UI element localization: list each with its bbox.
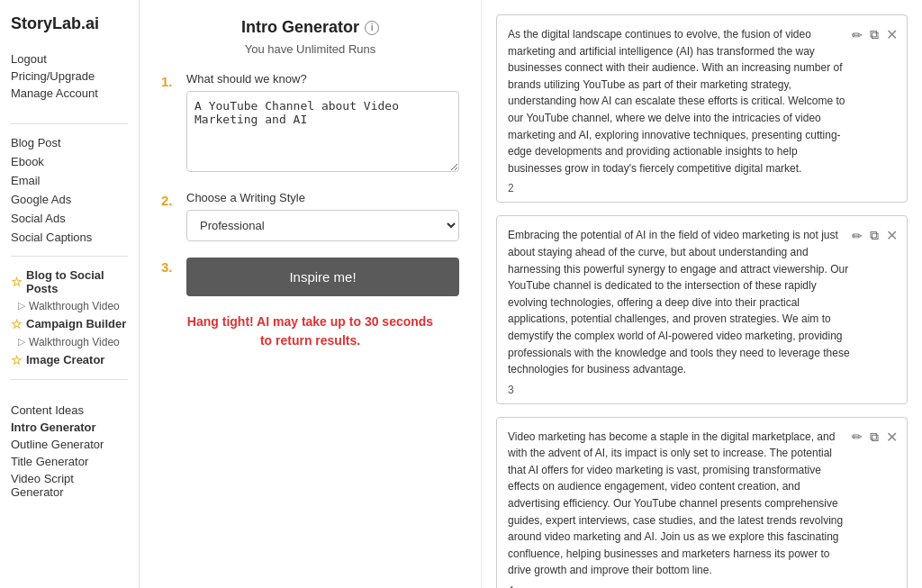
star-icon-3: ☆ — [11, 353, 23, 367]
result-actions-1: ✏ ⧉ ✕ — [850, 24, 899, 45]
step-2: 2. Choose a Writing Style Professional C… — [161, 191, 459, 241]
sidebar-divider-1 — [11, 123, 128, 124]
sidebar: StoryLab.ai Logout Pricing/Upgrade Manag… — [0, 0, 140, 588]
main-content: Intro Generator i You have Unlimited Run… — [140, 0, 922, 588]
edit-button-3[interactable]: ✏ — [850, 428, 864, 446]
pricing-link[interactable]: Pricing/Upgrade — [11, 68, 128, 85]
sidebar-starred-items: ☆ Blog to Social Posts ▷ Walkthrough Vid… — [11, 266, 128, 370]
sidebar-nav-items: Blog Post Ebook Email Google Ads Social … — [11, 133, 128, 247]
result-text-1: As the digital landscape continues to ev… — [508, 26, 896, 176]
result-card-3: ✏ ⧉ ✕ Video marketing has become a stapl… — [496, 417, 908, 588]
step-number-3: 3. — [161, 259, 177, 275]
copy-button-1[interactable]: ⧉ — [868, 25, 881, 44]
outline-generator-link[interactable]: Outline Generator — [11, 436, 128, 453]
step-3-content: Inspire me! — [186, 258, 459, 296]
page-title-wrap: Intro Generator i — [161, 18, 459, 37]
logout-link[interactable]: Logout — [11, 50, 128, 68]
what-to-know-input[interactable]: A YouTube Channel about Video Marketing … — [186, 91, 459, 172]
blog-social-walkthrough[interactable]: ▷ Walkthrough Video — [11, 298, 128, 314]
results-panel: ✏ ⧉ ✕ As the digital landscape continues… — [482, 0, 922, 588]
campaign-builder-nav[interactable]: ☆ Campaign Builder — [11, 314, 128, 334]
video-icon-1: ▷ — [18, 300, 25, 312]
sidebar-divider-2 — [11, 256, 128, 257]
result-actions-3: ✏ ⧉ ✕ — [850, 427, 899, 448]
sidebar-top-links: Logout Pricing/Upgrade Manage Account — [11, 50, 128, 102]
result-card-1: ✏ ⧉ ✕ As the digital landscape continues… — [496, 14, 908, 203]
step-number-2: 2. — [161, 193, 177, 208]
page-title: Intro Generator i — [241, 18, 379, 37]
unlimited-runs-label: You have Unlimited Runs — [161, 42, 459, 56]
close-button-1[interactable]: ✕ — [884, 24, 899, 45]
step-3: 3. Inspire me! — [161, 258, 459, 296]
image-creator-nav[interactable]: ☆ Image Creator — [11, 350, 128, 370]
result-num-1: 2 — [508, 182, 896, 194]
star-icon-1: ☆ — [11, 275, 23, 289]
result-actions-2: ✏ ⧉ ✕ — [850, 225, 899, 246]
social-captions-nav[interactable]: Social Captions — [11, 228, 128, 247]
blog-social-posts-nav[interactable]: ☆ Blog to Social Posts — [11, 266, 128, 298]
manage-account-link[interactable]: Manage Account — [11, 85, 128, 102]
app-logo: StoryLab.ai — [11, 14, 128, 34]
step-1-label: What should we know? — [186, 72, 459, 86]
form-panel: Intro Generator i You have Unlimited Run… — [140, 0, 482, 588]
star-icon-2: ☆ — [11, 317, 23, 331]
video-script-link[interactable]: Video Script Generator — [11, 470, 128, 501]
step-1: 1. What should we know? A YouTube Channe… — [161, 72, 459, 175]
google-ads-nav[interactable]: Google Ads — [11, 190, 128, 209]
copy-button-3[interactable]: ⧉ — [868, 428, 881, 447]
step-2-content: Choose a Writing Style Professional Casu… — [186, 191, 459, 241]
edit-button-2[interactable]: ✏ — [850, 227, 864, 245]
social-ads-nav[interactable]: Social Ads — [11, 209, 128, 228]
close-button-3[interactable]: ✕ — [884, 427, 899, 448]
close-button-2[interactable]: ✕ — [884, 225, 899, 246]
content-ideas-link[interactable]: Content Ideas — [11, 402, 128, 419]
content-area: Intro Generator i You have Unlimited Run… — [140, 0, 922, 588]
sidebar-divider-3 — [11, 379, 128, 380]
title-generator-link[interactable]: Title Generator — [11, 453, 128, 470]
writing-style-select[interactable]: Professional Casual Formal Humorous Insp… — [186, 210, 459, 241]
step-2-label: Choose a Writing Style — [186, 191, 459, 204]
result-text-3: Video marketing has become a staple in t… — [508, 429, 896, 579]
ebook-nav[interactable]: Ebook — [11, 152, 128, 171]
video-icon-2: ▷ — [18, 336, 25, 348]
edit-button-1[interactable]: ✏ — [850, 26, 864, 44]
intro-generator-link[interactable]: Intro Generator — [11, 419, 128, 436]
step-1-content: What should we know? A YouTube Channel a… — [186, 72, 459, 175]
copy-button-2[interactable]: ⧉ — [868, 226, 881, 245]
result-text-2: Embracing the potential of AI in the fie… — [508, 227, 896, 377]
inspire-button[interactable]: Inspire me! — [186, 258, 459, 296]
step-number-1: 1. — [161, 74, 177, 89]
result-card-2: ✏ ⧉ ✕ Embracing the potential of AI in t… — [496, 215, 908, 403]
result-num-2: 3 — [508, 384, 896, 396]
blog-post-nav[interactable]: Blog Post — [11, 133, 128, 152]
info-icon[interactable]: i — [365, 21, 379, 35]
sidebar-bottom-links: Content Ideas Intro Generator Outline Ge… — [11, 402, 128, 501]
result-num-3: 4 — [508, 584, 896, 588]
email-nav[interactable]: Email — [11, 171, 128, 190]
campaign-walkthrough[interactable]: ▷ Walkthrough Video — [11, 334, 128, 350]
loading-message: Hang tight! AI may take up to 30 seconds… — [161, 312, 459, 350]
